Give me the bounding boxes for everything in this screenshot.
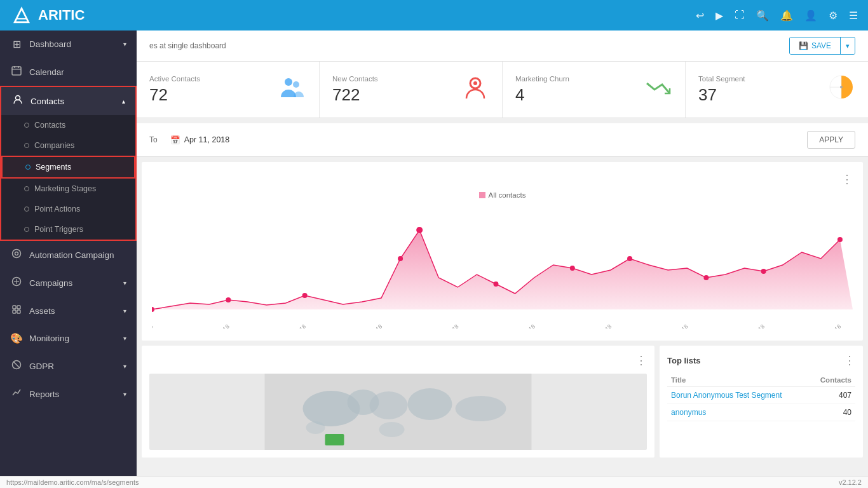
sidebar: ⊞ Dashboard ▾ Calendar Contacts ▴	[0, 30, 137, 476]
list-item-link[interactable]: Borun Anonymous Test Segment	[671, 391, 782, 400]
to-date-value: Apr 11, 2018	[184, 135, 230, 144]
top-lists-dots-menu[interactable]: ⋮	[844, 353, 855, 367]
chart-svg: Mar 15, 18 Mar 18, 18 Mar 21, 18 Mar 24,…	[152, 201, 853, 329]
contacts-arrow: ▴	[122, 98, 125, 105]
stat-info-marketing-churn: Marketing Churn 4	[515, 75, 569, 105]
list-item-link[interactable]: anonymus	[671, 408, 706, 417]
map-section-header: ⋮	[149, 353, 647, 367]
sidebar-item-assets[interactable]: Assets ▾	[0, 297, 137, 325]
chart-header: ⋮	[152, 172, 853, 186]
sidebar-label-assets: Assets	[29, 306, 117, 316]
save-btn-main[interactable]: 💾 SAVE	[790, 37, 841, 54]
sidebar-label-calendar: Calendar	[29, 67, 126, 77]
monitoring-arrow: ▾	[123, 335, 126, 342]
save-bar-text: es at single dashboard	[149, 41, 226, 50]
sidebar-sub-label-point-triggers: Point Triggers	[34, 225, 83, 234]
save-button[interactable]: 💾 SAVE ▾	[789, 37, 855, 55]
sidebar-item-contacts[interactable]: Contacts ▴	[1, 87, 135, 115]
table-row: anonymus 40	[667, 404, 855, 421]
chart-section: ⋮ All contacts	[142, 162, 863, 341]
svg-point-48	[370, 391, 408, 419]
svg-text:Mar 15, 18: Mar 15, 18	[152, 323, 154, 329]
save-dropdown-arrow[interactable]: ▾	[841, 38, 855, 54]
svg-text:Mar 18, 18: Mar 18, 18	[207, 323, 231, 329]
svg-point-19	[293, 81, 299, 88]
stat-value-active-contacts: 72	[149, 85, 200, 105]
calendar-icon	[10, 65, 23, 78]
top-lists-section: Top lists ⋮ Title Contacts Borun Anonymo…	[660, 346, 863, 458]
fullscreen-icon[interactable]: ⛶	[735, 10, 745, 21]
save-label: SAVE	[811, 41, 831, 50]
svg-line-17	[13, 362, 20, 368]
svg-marker-0	[15, 8, 29, 22]
svg-point-18	[285, 78, 292, 86]
bell-icon[interactable]: 🔔	[780, 10, 793, 22]
sidebar-label-campaigns: Campaigns	[29, 278, 117, 288]
sidebar-item-reports[interactable]: Reports ▾	[0, 380, 137, 408]
date-filter-row: To 📅 Apr 11, 2018 APPLY	[137, 123, 868, 157]
stat-icon-marketing-churn	[644, 73, 672, 106]
play-icon[interactable]: ▶	[715, 10, 723, 22]
sidebar-item-campaigns[interactable]: Campaigns ▾	[0, 269, 137, 297]
svg-point-33	[761, 269, 766, 274]
menu-icon[interactable]: ☰	[849, 10, 858, 22]
list-item-title: Borun Anonymous Test Segment	[667, 387, 809, 404]
bottom-row: ⋮	[142, 346, 863, 458]
svg-text:Mar 21, 18: Mar 21, 18	[283, 323, 308, 329]
svg-text:Apr 2, 18: Apr 2, 18	[592, 323, 613, 329]
sidebar-sub-point-actions[interactable]: Point Actions	[1, 199, 135, 219]
stat-label-active-contacts: Active Contacts	[149, 75, 200, 83]
app-name: ARITIC	[38, 7, 85, 24]
stat-label-total-segment: Total Segment	[698, 75, 745, 83]
map-dots-menu[interactable]: ⋮	[635, 353, 647, 367]
apply-button[interactable]: APPLY	[807, 131, 855, 149]
sidebar-sub-companies[interactable]: Companies	[1, 135, 135, 156]
svg-point-25	[226, 297, 231, 302]
stat-label-new-contacts: New Contacts	[332, 75, 378, 83]
list-item-contacts: 40	[809, 404, 855, 421]
chart-dots-menu[interactable]: ⋮	[841, 172, 853, 186]
legend-label: All contacts	[489, 191, 526, 199]
campaigns-icon	[10, 276, 23, 289]
svg-rect-14	[13, 310, 16, 313]
point-actions-dot	[24, 207, 29, 212]
col-title: Title	[667, 374, 809, 387]
gdpr-icon	[10, 360, 23, 372]
sidebar-item-monitoring[interactable]: 🎨 Monitoring ▾	[0, 325, 137, 352]
settings-icon[interactable]: ⚙	[829, 10, 837, 22]
svg-rect-13	[17, 306, 20, 309]
stat-info-total-segment: Total Segment 37	[698, 75, 745, 105]
sidebar-item-dashboard[interactable]: ⊞ Dashboard ▾	[0, 30, 137, 58]
top-lists-table: Title Contacts Borun Anonymous Test Segm…	[667, 374, 855, 421]
col-contacts: Contacts	[809, 374, 855, 387]
svg-point-26	[302, 293, 308, 298]
dashboard-arrow: ▾	[123, 41, 126, 48]
svg-point-52	[379, 422, 405, 437]
sidebar-sub-segments[interactable]: Segments	[1, 156, 135, 179]
sidebar-item-automation[interactable]: Automation Campaign	[0, 241, 137, 269]
to-date-field[interactable]: 📅 Apr 11, 2018	[170, 135, 230, 145]
sidebar-sub-label-companies: Companies	[34, 141, 74, 150]
sidebar-item-calendar[interactable]: Calendar	[0, 58, 137, 86]
sidebar-sub-contacts[interactable]: Contacts	[1, 115, 135, 135]
svg-point-8	[15, 252, 18, 255]
table-row: Borun Anonymous Test Segment 407	[667, 387, 855, 404]
top-lists-title: Top lists	[667, 356, 700, 365]
sidebar-item-gdpr[interactable]: GDPR ▾	[0, 352, 137, 380]
svg-point-28	[416, 227, 423, 233]
marketing-stages-dot	[24, 186, 29, 191]
world-map-svg	[149, 374, 647, 450]
app-logo: ARITIC	[10, 4, 85, 27]
sidebar-sub-point-triggers[interactable]: Point Triggers	[1, 219, 135, 240]
undo-icon[interactable]: ↩	[696, 10, 704, 22]
search-icon[interactable]: 🔍	[756, 10, 769, 22]
automation-icon	[10, 248, 23, 261]
svg-point-50	[456, 396, 506, 421]
list-item-contacts: 407	[809, 387, 855, 404]
svg-point-30	[570, 266, 575, 271]
user-icon[interactable]: 👤	[804, 10, 817, 22]
point-triggers-dot	[24, 227, 29, 232]
sidebar-sub-marketing-stages[interactable]: Marketing Stages	[1, 179, 135, 199]
legend-dot	[479, 192, 485, 198]
stat-value-new-contacts: 722	[332, 85, 378, 105]
